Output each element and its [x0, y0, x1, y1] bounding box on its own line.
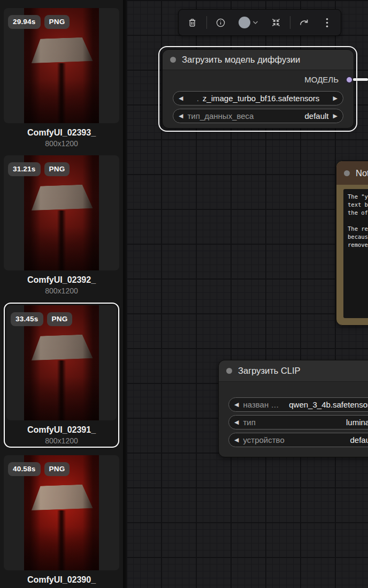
- prev-value-arrow-icon[interactable]: ◀: [234, 419, 239, 425]
- node-load-clip[interactable]: Загрузить CLIP ◀ назван … qwen_3_4b.safe…: [218, 360, 368, 457]
- node-title: Загрузить модель диффузии: [182, 55, 300, 65]
- chevron-down-icon: [252, 20, 258, 25]
- kebab-menu-icon: [326, 18, 328, 28]
- widget-device[interactable]: ◀ устройство default ▶: [228, 433, 368, 447]
- collapse-icon: [271, 17, 281, 28]
- node-header[interactable]: Note: [336, 161, 368, 185]
- generation-time-badge: 33.45s: [11, 312, 43, 326]
- node-load-diffusion-model[interactable]: Загрузить модель диффузии МОДЕЛЬ ◀ . z_i…: [162, 49, 354, 129]
- image-filename: ComfyUI_02393_: [4, 128, 119, 138]
- more-options-button[interactable]: [318, 13, 336, 32]
- toolbar-divider: [290, 16, 290, 29]
- widget-label: .: [197, 94, 199, 103]
- model-output-wire: [353, 78, 368, 81]
- format-badge: PNG: [47, 312, 73, 326]
- widget-value: default: [350, 435, 368, 444]
- widget-weight-dtype[interactable]: ◀ тип_данных_веса default ▶: [173, 109, 343, 123]
- gallery-item[interactable]: 31.21s PNG ComfyUI_02392_ 800x1200: [4, 155, 119, 295]
- image-thumbnail[interactable]: 40.58s PNG: [4, 455, 119, 570]
- note-textarea[interactable]: The "y text b the of The re becaus remov…: [343, 189, 368, 318]
- canvas-toolbar: [178, 9, 341, 36]
- image-filename: ComfyUI_02391_: [6, 425, 117, 435]
- node-title: Загрузить CLIP: [238, 366, 301, 376]
- widget-value: qwen_3_4b.safetensors: [289, 400, 368, 409]
- node-body-spacer: [219, 382, 368, 397]
- image-dimensions: 800x1200: [4, 287, 119, 295]
- widget-unet-name[interactable]: ◀ . z_image_turbo_bf16.safetensors ▶: [173, 91, 343, 105]
- output-row: МОДЕЛЬ: [163, 74, 354, 87]
- redo-button[interactable]: [295, 13, 313, 32]
- output-label: МОДЕЛЬ: [304, 75, 339, 84]
- widget-clip-type[interactable]: ◀ тип lumina2 ▶: [228, 415, 368, 429]
- node-title: Note: [356, 168, 368, 178]
- gallery-item[interactable]: 40.58s PNG ComfyUI_02390_ 800x1200: [4, 455, 119, 588]
- node-status-dot: [344, 170, 350, 176]
- node-header[interactable]: Загрузить CLIP: [219, 360, 368, 382]
- image-dimensions: 800x1200: [6, 436, 117, 445]
- prev-value-arrow-icon[interactable]: ◀: [234, 402, 239, 408]
- node-note[interactable]: Note The "y text b the of The re becaus …: [336, 161, 368, 326]
- model-output-socket[interactable]: [346, 76, 353, 84]
- trash-icon: [187, 18, 197, 28]
- format-badge: PNG: [44, 162, 70, 176]
- node-status-dot: [226, 368, 232, 374]
- prev-value-arrow-icon[interactable]: ◀: [179, 113, 183, 119]
- image-gallery-sidebar[interactable]: 29.94s PNG ComfyUI_02393_ 800x1200 31.21…: [0, 0, 125, 588]
- gallery-item[interactable]: 29.94s PNG ComfyUI_02393_ 800x1200: [4, 8, 119, 148]
- generation-time-badge: 29.94s: [8, 15, 41, 29]
- format-badge: PNG: [44, 462, 70, 476]
- delete-button[interactable]: [183, 13, 202, 32]
- generation-time-badge: 31.21s: [8, 162, 41, 176]
- prev-value-arrow-icon[interactable]: ◀: [234, 437, 239, 443]
- collapse-button[interactable]: [267, 13, 285, 32]
- image-dimensions: 800x1200: [4, 139, 119, 148]
- widget-label: устройство: [243, 435, 284, 444]
- image-thumbnail[interactable]: 33.45s PNG: [6, 305, 117, 420]
- note-text: The "y text b the of The re becaus remov…: [348, 193, 368, 249]
- image-thumbnail[interactable]: 29.94s PNG: [4, 8, 119, 123]
- info-icon: [216, 18, 226, 28]
- widget-clip-name[interactable]: ◀ назван … qwen_3_4b.safetensors ▶: [228, 397, 368, 412]
- info-button[interactable]: [211, 13, 229, 32]
- node-header[interactable]: Загрузить модель диффузии: [163, 50, 354, 70]
- image-filename: ComfyUI_02390_: [4, 575, 119, 585]
- widget-value: lumina2: [346, 418, 368, 427]
- widget-value: z_image_turbo_bf16.safetensors: [203, 94, 319, 103]
- status-circle: [239, 17, 250, 28]
- widget-value: default: [304, 111, 328, 120]
- redo-icon: [298, 18, 309, 27]
- next-value-arrow-icon[interactable]: ▶: [333, 95, 338, 101]
- image-filename: ComfyUI_02392_: [4, 275, 119, 285]
- generation-time-badge: 40.58s: [8, 462, 41, 476]
- comfyui-window: Загрузить модель диффузии МОДЕЛЬ ◀ . z_i…: [0, 0, 368, 588]
- next-value-arrow-icon[interactable]: ▶: [333, 113, 338, 119]
- widget-label: тип_данных_веса: [187, 111, 254, 120]
- widget-label: тип: [243, 418, 255, 427]
- node-status-dot: [170, 57, 176, 63]
- image-thumbnail[interactable]: 31.21s PNG: [4, 155, 119, 270]
- format-badge: PNG: [44, 15, 70, 29]
- prev-value-arrow-icon[interactable]: ◀: [179, 95, 183, 101]
- widget-label: назван …: [243, 400, 279, 409]
- toolbar-divider: [206, 16, 207, 29]
- status-menu-button[interactable]: [234, 13, 262, 32]
- gallery-item-selected[interactable]: 33.45s PNG ComfyUI_02391_ 800x1200: [4, 303, 119, 448]
